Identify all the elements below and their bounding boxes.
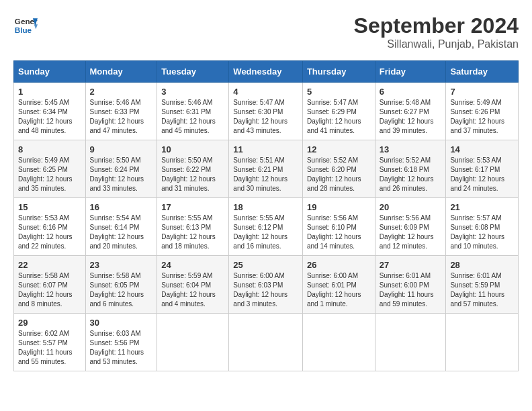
calendar-cell [157, 314, 229, 371]
calendar-cell: 17 Sunrise: 5:55 AM Sunset: 6:13 PM Dayl… [157, 198, 229, 256]
day-number: 26 [307, 260, 371, 270]
day-number: 21 [450, 202, 514, 212]
day-number: 5 [307, 87, 371, 97]
day-info: Sunrise: 5:48 AM Sunset: 6:27 PM Dayligh… [380, 98, 442, 136]
day-info: Sunrise: 6:00 AM Sunset: 6:03 PM Dayligh… [233, 271, 298, 309]
calendar-cell: 22 Sunrise: 5:58 AM Sunset: 6:07 PM Dayl… [14, 256, 86, 314]
month-title: September 2024 [354, 13, 519, 38]
calendar-header-row: SundayMondayTuesdayWednesdayThursdayFrid… [14, 61, 519, 83]
calendar-cell: 23 Sunrise: 5:58 AM Sunset: 6:05 PM Dayl… [85, 256, 157, 314]
calendar-cell: 14 Sunrise: 5:53 AM Sunset: 6:17 PM Dayl… [446, 140, 519, 198]
day-number: 14 [450, 144, 514, 154]
calendar-cell: 24 Sunrise: 5:59 AM Sunset: 6:04 PM Dayl… [157, 256, 229, 314]
day-info: Sunrise: 5:56 AM Sunset: 6:10 PM Dayligh… [307, 214, 371, 251]
day-number: 3 [161, 87, 224, 97]
title-section: September 2024 Sillanwali, Punjab, Pakis… [354, 13, 519, 50]
calendar-cell [446, 314, 519, 371]
day-number: 9 [90, 144, 153, 154]
calendar-cell: 3 Sunrise: 5:46 AM Sunset: 6:31 PM Dayli… [157, 83, 229, 140]
calendar-cell: 1 Sunrise: 5:45 AM Sunset: 6:34 PM Dayli… [14, 83, 86, 140]
day-info: Sunrise: 5:46 AM Sunset: 6:33 PM Dayligh… [90, 98, 153, 136]
day-number: 6 [380, 87, 442, 97]
day-number: 23 [90, 260, 153, 270]
calendar-week-row: 15 Sunrise: 5:53 AM Sunset: 6:16 PM Dayl… [14, 198, 519, 256]
day-info: Sunrise: 5:54 AM Sunset: 6:14 PM Dayligh… [90, 214, 153, 251]
svg-text:Blue: Blue [15, 26, 32, 34]
calendar-cell: 26 Sunrise: 6:00 AM Sunset: 6:01 PM Dayl… [302, 256, 375, 314]
page-header: General Blue September 2024 Sillanwali, … [13, 13, 519, 50]
calendar-cell: 30 Sunrise: 6:03 AM Sunset: 5:56 PM Dayl… [85, 314, 157, 371]
day-number: 1 [18, 87, 81, 97]
day-number: 7 [450, 87, 514, 97]
calendar-cell: 5 Sunrise: 5:47 AM Sunset: 6:29 PM Dayli… [302, 83, 375, 140]
calendar-cell: 21 Sunrise: 5:57 AM Sunset: 6:08 PM Dayl… [446, 198, 519, 256]
day-number: 11 [233, 144, 298, 154]
calendar-week-row: 22 Sunrise: 5:58 AM Sunset: 6:07 PM Dayl… [14, 256, 519, 314]
weekday-header: Tuesday [157, 61, 229, 83]
calendar-cell: 18 Sunrise: 5:55 AM Sunset: 6:12 PM Dayl… [229, 198, 303, 256]
calendar-table: SundayMondayTuesdayWednesdayThursdayFrid… [13, 60, 519, 371]
calendar-week-row: 1 Sunrise: 5:45 AM Sunset: 6:34 PM Dayli… [14, 83, 519, 140]
calendar-cell: 27 Sunrise: 6:01 AM Sunset: 6:00 PM Dayl… [375, 256, 446, 314]
weekday-header: Sunday [14, 61, 86, 83]
day-info: Sunrise: 5:58 AM Sunset: 6:05 PM Dayligh… [90, 271, 153, 309]
calendar-cell: 4 Sunrise: 5:47 AM Sunset: 6:30 PM Dayli… [229, 83, 303, 140]
day-number: 15 [18, 202, 81, 212]
day-info: Sunrise: 6:01 AM Sunset: 5:59 PM Dayligh… [450, 271, 514, 309]
day-info: Sunrise: 6:03 AM Sunset: 5:56 PM Dayligh… [90, 329, 153, 367]
calendar-cell: 20 Sunrise: 5:56 AM Sunset: 6:09 PM Dayl… [375, 198, 446, 256]
day-info: Sunrise: 5:58 AM Sunset: 6:07 PM Dayligh… [18, 271, 81, 309]
day-info: Sunrise: 5:56 AM Sunset: 6:09 PM Dayligh… [380, 214, 442, 251]
day-info: Sunrise: 5:49 AM Sunset: 6:26 PM Dayligh… [450, 98, 514, 136]
weekday-header: Wednesday [229, 61, 303, 83]
day-info: Sunrise: 5:53 AM Sunset: 6:17 PM Dayligh… [450, 156, 514, 193]
day-number: 19 [307, 202, 371, 212]
day-info: Sunrise: 5:50 AM Sunset: 6:22 PM Dayligh… [161, 156, 224, 193]
calendar-cell: 2 Sunrise: 5:46 AM Sunset: 6:33 PM Dayli… [85, 83, 157, 140]
day-number: 27 [380, 260, 442, 270]
day-number: 20 [380, 202, 442, 212]
day-info: Sunrise: 5:55 AM Sunset: 6:12 PM Dayligh… [233, 214, 298, 251]
day-number: 16 [90, 202, 153, 212]
day-info: Sunrise: 6:00 AM Sunset: 6:01 PM Dayligh… [307, 271, 371, 309]
calendar-cell: 28 Sunrise: 6:01 AM Sunset: 5:59 PM Dayl… [446, 256, 519, 314]
day-info: Sunrise: 6:01 AM Sunset: 6:00 PM Dayligh… [380, 271, 442, 309]
calendar-cell: 19 Sunrise: 5:56 AM Sunset: 6:10 PM Dayl… [302, 198, 375, 256]
day-number: 12 [307, 144, 371, 154]
day-info: Sunrise: 5:52 AM Sunset: 6:20 PM Dayligh… [307, 156, 371, 193]
logo: General Blue [13, 13, 38, 38]
day-info: Sunrise: 6:02 AM Sunset: 5:57 PM Dayligh… [18, 329, 81, 367]
calendar-cell [302, 314, 375, 371]
day-number: 25 [233, 260, 298, 270]
calendar-cell: 7 Sunrise: 5:49 AM Sunset: 6:26 PM Dayli… [446, 83, 519, 140]
day-number: 8 [18, 144, 81, 154]
calendar-cell: 8 Sunrise: 5:49 AM Sunset: 6:25 PM Dayli… [14, 140, 86, 198]
calendar-cell: 15 Sunrise: 5:53 AM Sunset: 6:16 PM Dayl… [14, 198, 86, 256]
day-number: 18 [233, 202, 298, 212]
calendar-cell: 6 Sunrise: 5:48 AM Sunset: 6:27 PM Dayli… [375, 83, 446, 140]
day-info: Sunrise: 5:57 AM Sunset: 6:08 PM Dayligh… [450, 214, 514, 251]
calendar-cell: 25 Sunrise: 6:00 AM Sunset: 6:03 PM Dayl… [229, 256, 303, 314]
day-number: 30 [90, 318, 153, 328]
day-number: 13 [380, 144, 442, 154]
day-info: Sunrise: 5:47 AM Sunset: 6:29 PM Dayligh… [307, 98, 371, 136]
day-info: Sunrise: 5:45 AM Sunset: 6:34 PM Dayligh… [18, 98, 81, 136]
day-number: 28 [450, 260, 514, 270]
day-number: 29 [18, 318, 81, 328]
day-info: Sunrise: 5:46 AM Sunset: 6:31 PM Dayligh… [161, 98, 224, 136]
day-info: Sunrise: 5:52 AM Sunset: 6:18 PM Dayligh… [380, 156, 442, 193]
day-info: Sunrise: 5:50 AM Sunset: 6:24 PM Dayligh… [90, 156, 153, 193]
location-title: Sillanwali, Punjab, Pakistan [354, 38, 519, 50]
day-info: Sunrise: 5:49 AM Sunset: 6:25 PM Dayligh… [18, 156, 81, 193]
day-info: Sunrise: 5:53 AM Sunset: 6:16 PM Dayligh… [18, 214, 81, 251]
calendar-week-row: 29 Sunrise: 6:02 AM Sunset: 5:57 PM Dayl… [14, 314, 519, 371]
day-number: 2 [90, 87, 153, 97]
weekday-header: Thursday [302, 61, 375, 83]
calendar-cell [375, 314, 446, 371]
svg-marker-3 [34, 24, 38, 29]
calendar-cell [229, 314, 303, 371]
day-info: Sunrise: 5:55 AM Sunset: 6:13 PM Dayligh… [161, 214, 224, 251]
calendar-week-row: 8 Sunrise: 5:49 AM Sunset: 6:25 PM Dayli… [14, 140, 519, 198]
calendar-cell: 29 Sunrise: 6:02 AM Sunset: 5:57 PM Dayl… [14, 314, 86, 371]
day-number: 22 [18, 260, 81, 270]
